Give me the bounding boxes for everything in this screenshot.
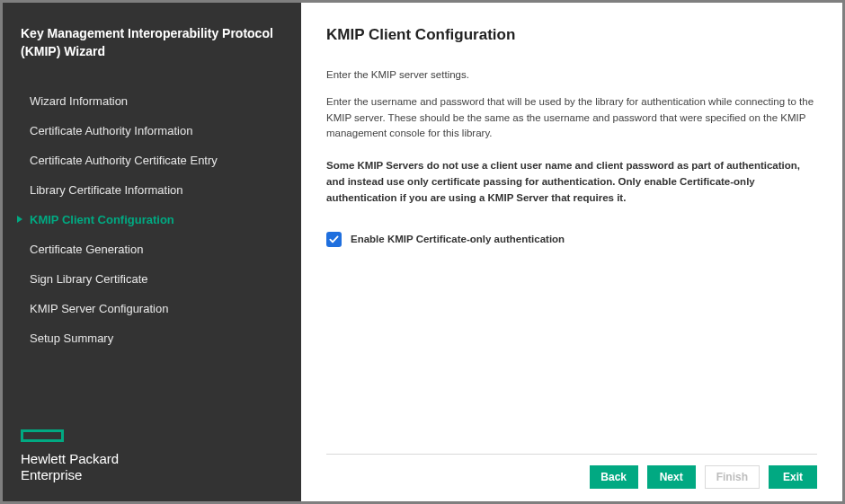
intro-text-1: Enter the KMIP server settings. [326,67,817,84]
sidebar-item-label: Wizard Information [30,94,128,108]
sidebar-item-label: Sign Library Certificate [30,272,148,286]
sidebar-item-label: Setup Summary [30,332,113,345]
main-body: Enter the KMIP server settings. Enter th… [326,67,817,454]
enable-cert-only-auth-checkbox[interactable] [326,232,342,247]
wizard-window: Key Management Interoperability Protocol… [0,0,845,504]
hpe-logo-text: Hewlett Packard Enterprise [21,451,283,483]
sidebar-nav: Wizard Information Certificate Authority… [21,86,283,429]
sidebar-item-label: Certificate Authority Information [30,124,192,137]
sidebar-item-label: KMIP Server Configuration [30,302,168,315]
enable-cert-only-auth-row: Enable KMIP Certificate-only authenticat… [326,232,817,248]
hpe-logo-icon [21,429,64,442]
sidebar-item-setup-summary[interactable]: Setup Summary [21,323,283,353]
wizard-footer: Back Next Finish Exit [326,465,817,489]
footer-divider [326,454,817,455]
intro-text-2: Enter the username and password that wil… [326,94,817,142]
hpe-logo-line2: Enterprise [21,467,82,482]
next-button[interactable]: Next [647,465,696,489]
enable-cert-only-auth-label: Enable KMIP Certificate-only authenticat… [351,232,565,248]
sidebar-item-label: KMIP Client Configuration [30,213,174,226]
main-panel: KMIP Client Configuration Enter the KMIP… [301,3,842,501]
sidebar-item-label: Certificate Generation [30,243,143,256]
sidebar-item-kmip-client-configuration[interactable]: KMIP Client Configuration [21,205,283,234]
sidebar-item-kmip-server-configuration[interactable]: KMIP Server Configuration [21,294,283,323]
finish-button: Finish [705,465,760,489]
back-button[interactable]: Back [590,465,638,489]
sidebar-item-wizard-information[interactable]: Wizard Information [21,86,283,116]
sidebar-item-library-certificate-information[interactable]: Library Certificate Information [21,175,283,205]
page-title: KMIP Client Configuration [326,26,817,44]
exit-button[interactable]: Exit [769,465,817,489]
sidebar-item-label: Library Certificate Information [30,183,183,197]
sidebar-item-label: Certificate Authority Certificate Entry [30,154,218,167]
hpe-logo-line1: Hewlett Packard [21,451,119,466]
warning-text: Some KMIP Servers do not use a client us… [326,158,817,206]
sidebar: Key Management Interoperability Protocol… [3,3,301,501]
sidebar-item-sign-library-certificate[interactable]: Sign Library Certificate [21,264,283,294]
sidebar-item-certificate-authority-information[interactable]: Certificate Authority Information [21,116,283,146]
sidebar-footer: Hewlett Packard Enterprise [21,429,283,487]
checkmark-icon [329,234,339,244]
sidebar-title: Key Management Interoperability Protocol… [21,24,283,61]
sidebar-item-certificate-authority-certificate-entry[interactable]: Certificate Authority Certificate Entry [21,146,283,175]
sidebar-item-certificate-generation[interactable]: Certificate Generation [21,234,283,264]
